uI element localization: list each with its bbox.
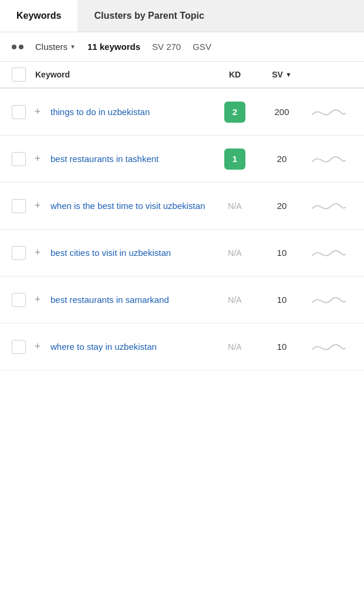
row-sv: 200 xyxy=(258,107,305,117)
gsv-filter-label: GSV xyxy=(193,42,211,52)
row-checkbox[interactable] xyxy=(12,293,26,307)
row-kd: N/A xyxy=(211,248,258,258)
row-keyword-link[interactable]: things to do in uzbekistan xyxy=(45,106,211,118)
row-kd: N/A xyxy=(211,295,258,305)
row-keyword-link[interactable]: when is the best time to visit uzbekista… xyxy=(45,200,211,212)
table-row: +best restaurants in tashkent120 xyxy=(0,136,364,183)
row-checkbox[interactable] xyxy=(12,152,26,166)
row-add-button[interactable]: + xyxy=(31,152,45,166)
header-checkbox-col xyxy=(12,68,35,82)
trend-sparkline xyxy=(311,104,346,120)
row-sv: 20 xyxy=(258,154,305,164)
row-kd: N/A xyxy=(211,201,258,211)
table-row: +best restaurants in samarkandN/A10 xyxy=(0,276,364,323)
trend-sparkline xyxy=(311,339,346,355)
filter-bar: Clusters ▼ 11 keywords SV 270 GSV xyxy=(0,32,364,62)
row-sv: 10 xyxy=(258,248,305,258)
header-keyword: Keyword xyxy=(35,70,211,79)
row-add-button[interactable]: + xyxy=(31,105,45,119)
table-header: Keyword KD SV ▼ xyxy=(0,62,364,89)
row-trend xyxy=(305,198,352,214)
table-row: +things to do in uzbekistan2200 xyxy=(0,89,364,136)
row-kd: 1 xyxy=(211,149,258,170)
row-checkbox[interactable] xyxy=(12,340,26,354)
row-sv: 10 xyxy=(258,342,305,352)
trend-sparkline xyxy=(311,245,346,261)
kd-badge: 1 xyxy=(224,149,245,170)
row-sv: 10 xyxy=(258,295,305,305)
row-checkbox[interactable] xyxy=(12,246,26,260)
kd-na: N/A xyxy=(228,342,241,352)
tabs-container: Keywords Clusters by Parent Topic xyxy=(0,0,364,32)
kd-na: N/A xyxy=(228,248,241,258)
keywords-count: 11 keywords xyxy=(87,42,140,52)
kd-badge: 2 xyxy=(224,102,245,123)
row-trend xyxy=(305,292,352,308)
row-keyword-link[interactable]: best restaurants in tashkent xyxy=(45,153,211,165)
row-add-button[interactable]: + xyxy=(31,199,45,213)
row-checkbox[interactable] xyxy=(12,199,26,213)
clusters-dots-icon xyxy=(12,45,23,49)
row-trend xyxy=(305,151,352,167)
tab-clusters-by-parent-topic[interactable]: Clusters by Parent Topic xyxy=(77,0,220,32)
trend-sparkline xyxy=(311,151,346,167)
row-add-button[interactable]: + xyxy=(31,246,45,260)
kd-na: N/A xyxy=(228,201,241,211)
kd-na: N/A xyxy=(228,295,241,305)
table-body: +things to do in uzbekistan2200 +best re… xyxy=(0,89,364,370)
row-kd: N/A xyxy=(211,342,258,352)
row-add-button[interactable]: + xyxy=(31,340,45,354)
chevron-down-icon: ▼ xyxy=(70,43,76,50)
table-row: +where to stay in uzbekistanN/A10 xyxy=(0,323,364,370)
row-keyword-link[interactable]: where to stay in uzbekistan xyxy=(45,340,211,353)
trend-sparkline xyxy=(311,292,346,308)
table-row: +when is the best time to visit uzbekist… xyxy=(0,183,364,230)
row-trend xyxy=(305,339,352,355)
trend-sparkline xyxy=(311,198,346,214)
tab-keywords[interactable]: Keywords xyxy=(0,0,77,32)
row-kd: 2 xyxy=(211,102,258,123)
row-keyword-link[interactable]: best cities to visit in uzbekistan xyxy=(45,247,211,259)
row-trend xyxy=(305,104,352,120)
table-row: +best cities to visit in uzbekistanN/A10 xyxy=(0,230,364,276)
row-add-button[interactable]: + xyxy=(31,293,45,307)
sort-arrow-icon: ▼ xyxy=(285,71,292,78)
row-trend xyxy=(305,245,352,261)
row-sv: 20 xyxy=(258,201,305,211)
header-sv[interactable]: SV ▼ xyxy=(258,70,305,79)
row-keyword-link[interactable]: best restaurants in samarkand xyxy=(45,293,211,306)
header-kd: KD xyxy=(211,70,258,79)
sv-filter-label: SV 270 xyxy=(152,42,181,52)
clusters-dropdown[interactable]: Clusters ▼ xyxy=(35,42,76,52)
row-checkbox[interactable] xyxy=(12,105,26,119)
select-all-checkbox[interactable] xyxy=(12,68,26,82)
